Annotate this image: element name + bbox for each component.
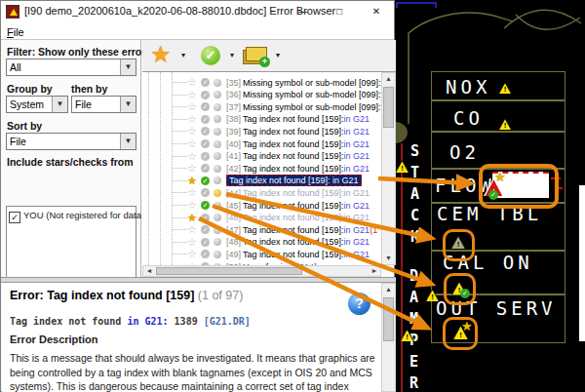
scroll-thumb[interactable] — [383, 87, 394, 128]
tree-row[interactable]: ☆✓[48]Tag index not found [159]: in G21 — [142, 236, 381, 249]
check-icon[interactable]: ✓ — [201, 139, 210, 148]
check-icon[interactable]: ✓ — [201, 78, 210, 87]
star-icon[interactable]: ☆ — [187, 237, 199, 248]
check-filter-icon[interactable]: ✓ — [201, 46, 220, 65]
scroll-down-icon[interactable]: ▼ — [382, 253, 395, 264]
star-icon[interactable]: ☆ — [187, 249, 199, 259]
maximize-button[interactable]: □ — [331, 4, 348, 19]
group-by-select[interactable]: System ▼ — [6, 96, 68, 113]
star-icon[interactable]: ☆ — [187, 90, 199, 100]
scroll-thumb[interactable] — [156, 267, 302, 275]
ball-icon[interactable] — [214, 214, 221, 221]
check-icon[interactable]: ✓ — [201, 102, 210, 111]
chevron-down-icon[interactable]: ▼ — [120, 97, 136, 112]
scroll-up-icon[interactable]: ▲ — [382, 284, 395, 295]
tree-row[interactable]: ☆✓[47]Tag index not found [159]: in G21 … — [142, 223, 381, 236]
sort-by-select[interactable]: File ▼ — [6, 133, 136, 150]
tree-row[interactable]: ☆✓[42]Tag index not found [159]: in G21 — [142, 162, 381, 175]
check-icon[interactable]: ✓ — [201, 91, 210, 99]
ball-icon[interactable] — [214, 128, 221, 136]
check-icon[interactable]: ✓ — [201, 188, 210, 197]
selected-error-row[interactable]: Tag index not found [159]: in G21 — [226, 175, 362, 186]
tree-row[interactable]: ☆✓[41]Tag index not found [159]: in G21 — [142, 150, 381, 163]
ball-icon[interactable] — [214, 152, 221, 160]
vertical-letter: S — [410, 142, 419, 160]
ball-icon[interactable] — [214, 176, 221, 184]
ball-icon[interactable] — [214, 140, 221, 148]
star-dropdown-icon[interactable]: ▾ — [181, 51, 185, 59]
description-label: Error Description — [10, 333, 98, 345]
library-icon[interactable]: + — [243, 47, 266, 64]
star-icon-gold[interactable]: ★ — [187, 176, 199, 186]
tree-row[interactable]: ☆✓[37]Missing symbol or sub-model [099]:… — [142, 100, 381, 113]
check-dropdown-icon[interactable]: ▾ — [230, 51, 234, 59]
star-icon[interactable]: ☆ — [187, 114, 199, 125]
check-icon[interactable]: ✓ — [201, 164, 210, 173]
checkbox-checked-icon[interactable]: ✓ — [9, 212, 20, 223]
check-icon[interactable]: ✓ — [201, 115, 210, 124]
check-icon-green[interactable]: ✓ — [201, 201, 210, 210]
star-icon[interactable]: ☆ — [187, 138, 199, 149]
detail-vertical-scrollbar[interactable]: ▲ — [381, 283, 396, 392]
chevron-down-icon[interactable]: ▼ — [120, 134, 136, 149]
tree-horizontal-scrollbar[interactable]: ◄ ► — [142, 265, 381, 277]
ball-icon[interactable] — [214, 103, 221, 111]
star-icon[interactable]: ☆ — [187, 151, 199, 162]
tree-row[interactable]: ☆✓[40]Tag index not found [159]: in G21 — [142, 137, 381, 150]
ball-icon-gold[interactable] — [214, 189, 221, 197]
minimize-button[interactable]: — — [293, 4, 311, 19]
ball-icon[interactable] — [214, 79, 221, 87]
check-icon[interactable]: ✓ — [201, 238, 210, 247]
then-by-select[interactable]: File ▼ — [71, 96, 136, 113]
ball-icon[interactable] — [214, 165, 221, 173]
error-location[interactable]: in G21: — [127, 316, 168, 327]
ball-icon[interactable] — [214, 202, 221, 210]
tree-vertical-scrollbar[interactable]: ▲ ▼ — [381, 72, 396, 265]
check-icon-green[interactable]: ✓ — [201, 176, 210, 185]
include-listbox[interactable]: ✓YOU (Not registered for data sh — [6, 206, 136, 284]
tree-row[interactable]: ★✓Tag index not found [159]: in G21 — [142, 175, 381, 187]
include-list-item[interactable]: ✓YOU (Not registered for data sh — [9, 210, 154, 223]
star-filter-icon[interactable]: ★ — [150, 41, 172, 68]
tree-row[interactable]: ☆✓[35]Missing symbol or sub-model [099]:… — [142, 76, 381, 89]
chevron-down-icon[interactable]: ▼ — [52, 97, 67, 112]
star-icon[interactable]: ☆ — [187, 101, 199, 112]
ball-icon[interactable] — [214, 238, 221, 246]
scroll-up-icon[interactable]: ▲ — [382, 73, 395, 85]
error-reference-link[interactable]: [G21.DR] — [204, 316, 251, 327]
tree-row[interactable]: ☆✓[44]Tag index not found [159]: in G21 — [142, 186, 381, 199]
ball-icon[interactable] — [214, 91, 221, 98]
star-icon[interactable]: ☆ — [187, 126, 199, 137]
ball-icon[interactable] — [214, 251, 221, 258]
library-dropdown-icon[interactable]: ▾ — [276, 51, 280, 59]
menu-item-file[interactable]: File — [7, 26, 24, 38]
scroll-left-icon[interactable]: ◄ — [143, 266, 155, 276]
check-icon[interactable]: ✓ — [201, 127, 210, 136]
tree-row[interactable]: ☆✓[49]Tag index not found [159]: in G21 — [142, 248, 381, 260]
check-icon[interactable]: ✓ — [201, 225, 210, 234]
close-button[interactable]: ✕ — [368, 4, 385, 19]
star-icon[interactable]: ☆ — [187, 187, 199, 198]
error-tree[interactable]: ☆✓[35]Missing symbol or sub-model [099]:… — [142, 72, 381, 265]
check-icon[interactable]: ✓ — [201, 152, 210, 161]
star-icon[interactable]: ☆ — [187, 200, 199, 211]
tree-row[interactable]: ★✓[46]Tag index not found [159]: in G21 — [142, 212, 381, 224]
title-bar[interactable]: [I90 demo_20200610a_k2020-06-08-88010.db… — [1, 1, 394, 22]
tree-row[interactable]: ☆✓[36]Missing symbol or sub-model [099]:… — [142, 89, 381, 101]
check-icon[interactable]: ✓ — [201, 214, 210, 222]
star-icon[interactable]: ☆ — [187, 77, 199, 88]
scroll-thumb[interactable] — [383, 297, 394, 341]
tree-row[interactable]: ☆✓[38]Tag index not found [159]: in G21 — [142, 113, 381, 126]
star-icon[interactable]: ☆ — [187, 163, 199, 174]
star-icon[interactable]: ☆ — [187, 224, 199, 235]
help-icon[interactable]: ? — [348, 293, 370, 315]
scroll-right-icon[interactable]: ► — [369, 266, 380, 276]
tree-row[interactable]: ☆✓[45]Tag index not found [159]: in G21 — [142, 199, 381, 212]
ball-icon[interactable] — [214, 226, 221, 234]
filter-select[interactable]: All ▼ — [6, 59, 136, 76]
tree-row[interactable]: ☆✓[39]Tag index not found [159]: in G21 — [142, 125, 381, 137]
star-icon-gold[interactable]: ★ — [187, 213, 199, 223]
ball-icon[interactable] — [214, 115, 221, 123]
chevron-down-icon[interactable]: ▼ — [120, 59, 136, 75]
check-icon[interactable]: ✓ — [201, 250, 210, 258]
